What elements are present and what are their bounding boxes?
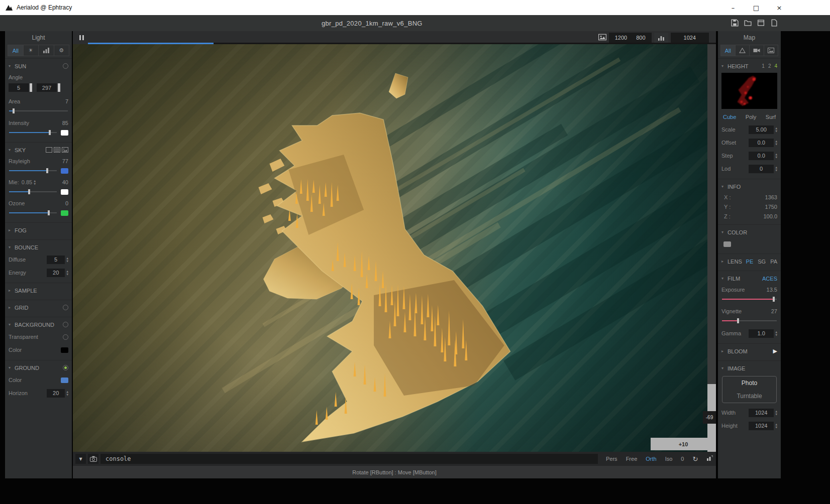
diffuse-spinner[interactable]: ▲▼ [66, 257, 68, 263]
fog-section-header[interactable]: ▸ FOG [9, 224, 68, 236]
camera-mode-pers[interactable]: Pers [606, 456, 617, 462]
camera-mode-iso[interactable]: Iso [665, 456, 673, 462]
background-section-header[interactable]: ▾ BACKGROUND [9, 319, 68, 330]
sun-tab-icon[interactable]: ☀ [24, 45, 39, 56]
background-color-swatch[interactable] [61, 347, 68, 353]
mode-cube[interactable]: Cube [723, 114, 736, 120]
ozone-color-swatch[interactable] [61, 210, 68, 216]
diffuse-input[interactable]: 5 [47, 256, 65, 264]
sun-angle-scrollbar[interactable] [707, 44, 716, 452]
camera-angle-value[interactable]: 0 [681, 456, 684, 462]
sun-angle-x-input[interactable]: 5 [9, 83, 29, 92]
render-image-icon[interactable] [598, 34, 606, 42]
settings-tab-icon[interactable]: ⚙ [54, 45, 69, 56]
image-width-spinner[interactable]: ▲▼ [775, 410, 777, 416]
render-resolution-box[interactable]: 1200 800 [609, 33, 652, 43]
film-section-header[interactable]: ▾ FILM ACES [721, 273, 777, 284]
film-tone-mapper[interactable]: ACES [762, 276, 777, 282]
pause-icon[interactable] [79, 35, 84, 40]
console-dropdown-button[interactable]: ▼ [75, 454, 86, 464]
play-icon[interactable]: ▶ [773, 348, 777, 354]
document-icon[interactable] [770, 19, 778, 27]
vignette-slider[interactable] [721, 317, 777, 324]
stats-tab-icon[interactable] [39, 45, 54, 56]
open-folder-icon[interactable] [744, 19, 752, 27]
sky-image-icon[interactable] [62, 147, 68, 153]
photo-button[interactable]: Photo [722, 376, 776, 390]
sky-gradient-icon[interactable] [54, 147, 60, 153]
map-tab-all[interactable]: All [721, 45, 736, 56]
close-button[interactable]: × [768, 0, 791, 15]
save-icon[interactable] [731, 19, 739, 27]
lens-pe[interactable]: PE [746, 259, 754, 265]
step-input[interactable]: 0.0 [749, 152, 774, 160]
intensity-slider[interactable] [9, 129, 57, 136]
height-section-header[interactable]: ▾ HEIGHT 1 2 4 [721, 60, 777, 72]
image-width-input[interactable]: 1024 [749, 409, 774, 417]
samples-box[interactable]: 1024 [671, 33, 709, 43]
bloom-section-header[interactable]: ▸ BLOOM ▶ [721, 345, 777, 357]
scale-spinner[interactable]: ▲▼ [775, 127, 777, 133]
minimize-button[interactable]: – [721, 0, 745, 15]
rayleigh-color-swatch[interactable] [61, 168, 68, 174]
map-color-swatch[interactable] [723, 241, 731, 247]
horizon-input[interactable]: 20 [47, 389, 65, 398]
transparent-radio[interactable] [63, 334, 68, 340]
mode-poly[interactable]: Poly [746, 114, 756, 120]
heightmap-thumbnail[interactable] [721, 73, 777, 109]
ground-color-swatch[interactable] [61, 377, 68, 383]
rotate-icon[interactable]: ↻ [692, 455, 698, 463]
bounce-section-header[interactable]: ▾ BOUNCE [9, 241, 68, 253]
sun-color-swatch[interactable] [61, 130, 68, 136]
turntable-button[interactable]: Turntable [722, 390, 776, 403]
mie-slider[interactable] [9, 188, 57, 195]
color-section-header[interactable]: ▾ COLOR [721, 226, 777, 238]
sky-section-header[interactable]: ▾ SKY [9, 144, 68, 156]
mode-surf[interactable]: Surf [766, 114, 776, 120]
exposure-slider[interactable] [721, 296, 777, 303]
mesh-tab-icon[interactable] [736, 45, 750, 56]
grid-section-header[interactable]: ▸ GRID [9, 302, 68, 313]
ground-radio[interactable] [63, 365, 68, 370]
sample-section-header[interactable]: ▸ SAMPLE [9, 285, 68, 296]
lens-pa[interactable]: PA [770, 259, 777, 265]
sky-plain-icon[interactable] [46, 147, 52, 153]
new-window-icon[interactable] [757, 19, 765, 27]
ground-section-header[interactable]: ▾ GROUND [9, 362, 68, 373]
area-slider[interactable] [9, 107, 68, 114]
flip-chart-icon[interactable] [706, 455, 713, 462]
height-level-2[interactable]: 2 [768, 63, 771, 69]
sun-step-button[interactable]: +10 [651, 438, 716, 450]
step-spinner[interactable]: ▲▼ [775, 153, 777, 159]
mie-color-swatch[interactable] [61, 189, 68, 195]
samples-chart-icon[interactable] [654, 33, 668, 43]
sun-angle-y-drag[interactable] [58, 83, 60, 92]
mie-setting-value[interactable]: 0.85 [22, 179, 32, 185]
grid-radio[interactable] [63, 305, 68, 310]
sun-angle-x-drag[interactable] [30, 83, 32, 92]
viewport-canvas[interactable]: -69 +10 [73, 44, 716, 452]
lod-spinner[interactable]: ▲▼ [775, 166, 777, 172]
energy-spinner[interactable]: ▲▼ [66, 270, 68, 276]
image-tab-icon[interactable] [764, 45, 778, 56]
ozone-slider[interactable] [9, 209, 57, 216]
gamma-input[interactable]: 1.0 [749, 329, 774, 338]
screenshot-camera-icon[interactable] [88, 454, 98, 464]
camera-tab-icon[interactable] [750, 45, 764, 56]
camera-mode-orth[interactable]: Orth [646, 456, 656, 462]
offset-spinner[interactable]: ▲▼ [775, 140, 777, 146]
sun-offset-label[interactable]: -69 [703, 411, 716, 424]
height-level-1[interactable]: 1 [762, 63, 765, 69]
lens-section-header[interactable]: ▸ LENS PE SG PA [721, 256, 777, 267]
offset-input[interactable]: 0.0 [749, 139, 774, 147]
lod-input[interactable]: 0 [749, 165, 774, 173]
energy-input[interactable]: 20 [47, 269, 65, 277]
image-height-spinner[interactable]: ▲▼ [775, 423, 777, 429]
horizon-spinner[interactable]: ▲▼ [66, 390, 68, 396]
gamma-spinner[interactable]: ▲▼ [775, 330, 777, 336]
sun-angle-y-input[interactable]: 297 [37, 83, 57, 92]
light-tab-all[interactable]: All [8, 45, 24, 56]
maximize-button[interactable]: □ [745, 0, 768, 15]
background-radio[interactable] [63, 322, 68, 327]
lens-sg[interactable]: SG [758, 259, 766, 265]
